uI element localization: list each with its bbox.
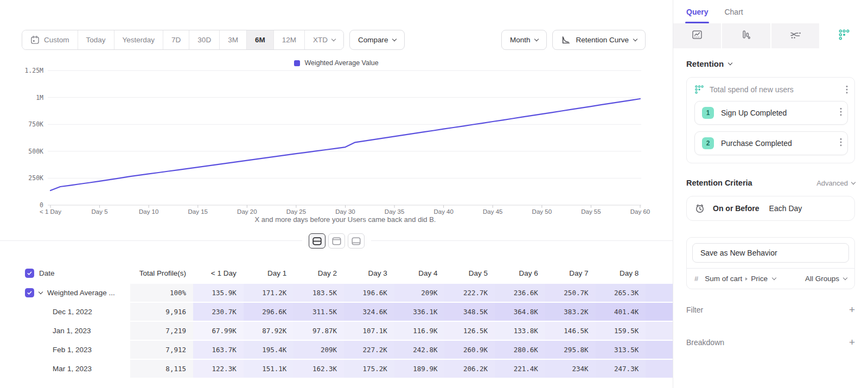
row-label-cell[interactable]: Weighted Average ... [22, 284, 130, 302]
value-cell[interactable]: 196.6K [344, 284, 394, 302]
legend-swatch[interactable] [294, 60, 300, 66]
value-cell[interactable]: 230.7K [193, 303, 244, 321]
value-cell[interactable]: 221.4K [495, 360, 545, 378]
row-checkbox[interactable] [25, 288, 34, 297]
value-cell[interactable]: 295.8K [545, 341, 596, 359]
select-all-checkbox[interactable] [25, 269, 34, 278]
criteria-card[interactable]: On or Before Each Day [686, 196, 855, 221]
value-cell[interactable]: 250.7K [545, 284, 596, 302]
value-cell-clipped[interactable] [646, 322, 673, 340]
value-cell-clipped[interactable] [646, 303, 673, 321]
total-profiles-cell[interactable]: 9,916 [130, 303, 193, 321]
tab-chart[interactable]: Chart [724, 8, 743, 23]
value-cell[interactable]: 265.3K [596, 284, 646, 302]
value-cell[interactable]: 122.3K [193, 360, 244, 378]
range-6m[interactable]: 6M [247, 30, 274, 49]
measure-dropdown[interactable]: Sum of cart Price [705, 275, 776, 283]
value-cell[interactable]: 133.8K [495, 322, 545, 340]
range-yesterday[interactable]: Yesterday [114, 30, 164, 49]
value-cell[interactable]: 116.9K [394, 322, 445, 340]
value-cell[interactable]: 280.6K [495, 341, 545, 359]
chart-type-button[interactable]: Retention Curve [552, 30, 646, 50]
value-cell[interactable]: 67.99K [193, 322, 244, 340]
report-type-dropdown[interactable]: Retention [686, 59, 855, 68]
granularity-button[interactable]: Month [501, 30, 547, 50]
tab-insights[interactable] [673, 23, 721, 48]
value-cell-clipped[interactable] [646, 341, 673, 359]
value-cell[interactable]: 163.7K [193, 341, 244, 359]
value-cell[interactable]: 126.5K [444, 322, 495, 340]
value-cell[interactable]: 348.5K [444, 303, 495, 321]
value-cell[interactable]: 195.4K [244, 341, 294, 359]
value-cell[interactable]: 87.92K [244, 322, 294, 340]
svg-text:750K: 750K [28, 120, 43, 128]
layout-chart-button[interactable] [328, 233, 345, 249]
tab-retention[interactable] [820, 23, 868, 48]
range-today[interactable]: Today [78, 30, 114, 49]
behavior-step-2[interactable]: 2Purchase Completed [694, 131, 848, 155]
range-12m[interactable]: 12M [274, 30, 305, 49]
value-cell[interactable]: 236.6K [495, 284, 545, 302]
header-day-6: Day 6 [495, 264, 545, 282]
row-label-cell[interactable]: Dec 1, 2022 [22, 303, 130, 321]
value-cell[interactable]: 222.7K [444, 284, 495, 302]
criteria-mode-dropdown[interactable]: Advanced [816, 179, 855, 187]
value-cell[interactable]: 336.1K [394, 303, 445, 321]
value-cell[interactable]: 324.6K [344, 303, 394, 321]
value-cell[interactable]: 171.2K [244, 284, 294, 302]
value-cell[interactable]: 107.1K [344, 322, 394, 340]
range-custom[interactable]: Custom [22, 30, 78, 49]
value-cell[interactable]: 159.5K [596, 322, 646, 340]
range-3m[interactable]: 3M [220, 30, 247, 49]
total-profiles-cell[interactable]: 7,912 [130, 341, 193, 359]
tab-flows[interactable] [771, 23, 819, 48]
layout-split-button[interactable] [309, 233, 326, 249]
value-cell[interactable]: 401.4K [596, 303, 646, 321]
kebab-menu-icon[interactable] [840, 138, 842, 149]
total-profiles-cell[interactable]: 8,115 [130, 360, 193, 378]
save-behavior-button[interactable]: Save as New Behavior [692, 243, 849, 263]
value-cell[interactable]: 151.1K [244, 360, 294, 378]
value-cell[interactable]: 313.5K [596, 341, 646, 359]
value-cell[interactable]: 242.8K [394, 341, 445, 359]
groups-dropdown[interactable]: All Groups [805, 275, 847, 283]
total-profiles-cell[interactable]: 7,219 [130, 322, 193, 340]
value-cell[interactable]: 209K [293, 341, 344, 359]
value-cell[interactable]: 175.2K [344, 360, 394, 378]
kebab-menu-icon[interactable] [846, 85, 848, 94]
value-cell[interactable]: 260.9K [444, 341, 495, 359]
behavior-step-1[interactable]: 1Sign Up Completed [694, 101, 848, 125]
value-cell[interactable]: 146.5K [545, 322, 596, 340]
range-7d[interactable]: 7D [163, 30, 189, 49]
value-cell[interactable]: 135.9K [193, 284, 244, 302]
value-cell[interactable]: 183.5K [293, 284, 344, 302]
value-cell-clipped[interactable] [646, 360, 673, 378]
value-cell[interactable]: 296.6K [244, 303, 294, 321]
row-label-cell[interactable]: Jan 1, 2023 [22, 322, 130, 340]
kebab-menu-icon[interactable] [840, 107, 842, 118]
value-cell[interactable]: 383.2K [545, 303, 596, 321]
value-cell-clipped[interactable] [646, 284, 673, 302]
range-30d[interactable]: 30D [189, 30, 220, 49]
value-cell[interactable]: 206.2K [444, 360, 495, 378]
value-cell[interactable]: 227.2K [344, 341, 394, 359]
layout-table-button[interactable] [348, 233, 365, 249]
total-profiles-cell[interactable]: 100% [130, 284, 193, 302]
row-label-cell[interactable]: Feb 1, 2023 [22, 341, 130, 359]
compare-button[interactable]: Compare [349, 30, 405, 50]
value-cell[interactable]: 189.9K [394, 360, 445, 378]
value-cell[interactable]: 364.8K [495, 303, 545, 321]
add-breakdown-button[interactable]: + [849, 339, 855, 346]
value-cell[interactable]: 311.5K [293, 303, 344, 321]
value-cell[interactable]: 234K [545, 360, 596, 378]
expand-chevron-icon[interactable] [39, 290, 43, 294]
add-filter-button[interactable]: + [849, 306, 855, 314]
range-xtd[interactable]: XTD [305, 30, 343, 49]
tab-funnels[interactable] [722, 23, 770, 48]
value-cell[interactable]: 209K [394, 284, 445, 302]
row-label-cell[interactable]: Mar 1, 2023 [22, 360, 130, 378]
value-cell[interactable]: 97.87K [293, 322, 344, 340]
value-cell[interactable]: 247.3K [596, 360, 646, 378]
tab-query[interactable]: Query [686, 8, 708, 23]
value-cell[interactable]: 162.3K [293, 360, 344, 378]
